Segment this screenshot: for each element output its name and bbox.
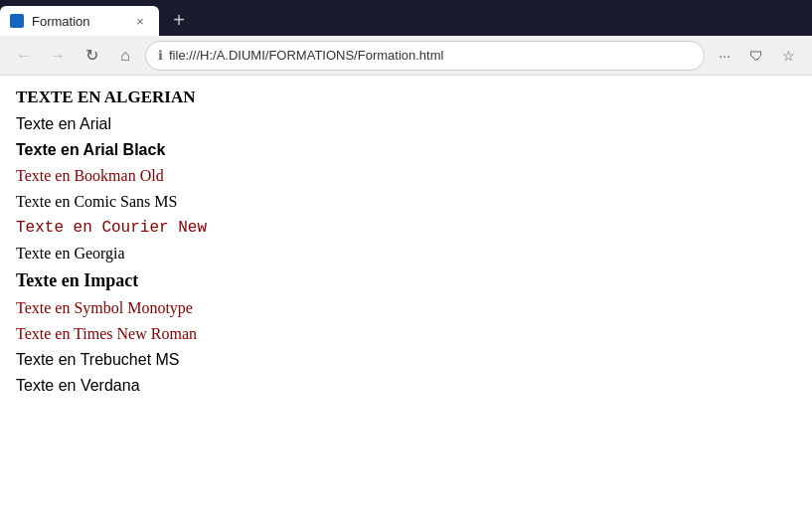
tab-bar: Formation × + bbox=[0, 0, 812, 36]
bookmark-button[interactable]: ☆ bbox=[774, 42, 802, 70]
font-sample-algerian: TEXTE EN ALGERIAN bbox=[16, 88, 796, 107]
toolbar-actions: ··· 🛡 ☆ bbox=[711, 42, 802, 70]
more-button[interactable]: ··· bbox=[711, 42, 738, 70]
browser-tab[interactable]: Formation × bbox=[0, 6, 159, 36]
address-bar[interactable]: ℹ file:///H:/A.DIUMI/FORMATIONS/Formatio… bbox=[145, 41, 705, 71]
font-sample-impact: Texte en Impact bbox=[16, 270, 796, 291]
home-button[interactable]: ⌂ bbox=[111, 42, 139, 70]
font-sample-bookman: Texte en Bookman Old bbox=[16, 167, 796, 185]
font-sample-comic-sans: Texte en Comic Sans MS bbox=[16, 193, 796, 211]
forward-icon: → bbox=[50, 47, 66, 65]
page-content: TEXTE EN ALGERIANTexte en ArialTexte en … bbox=[0, 76, 812, 526]
toolbar: ← → ↻ ⌂ ℹ file:///H:/A.DIUMI/FORMATIONS/… bbox=[0, 36, 812, 76]
font-sample-verdana: Texte en Verdana bbox=[16, 377, 796, 395]
tab-close-button[interactable]: × bbox=[131, 12, 149, 30]
font-sample-arial: Texte en Arial bbox=[16, 115, 796, 133]
font-sample-trebuchet: Texte en Trebuchet MS bbox=[16, 351, 796, 369]
address-text: file:///H:/A.DIUMI/FORMATIONS/Formation.… bbox=[169, 48, 692, 63]
reload-icon: ↻ bbox=[85, 46, 98, 65]
font-sample-symbol-monotype: Texte en Symbol Monotype bbox=[16, 299, 796, 317]
font-sample-arial-black: Texte en Arial Black bbox=[16, 141, 796, 159]
tab-favicon bbox=[10, 14, 24, 28]
home-icon: ⌂ bbox=[120, 47, 130, 65]
browser-window: Formation × + ← → ↻ ⌂ ℹ file:///H:/A.DIU… bbox=[0, 0, 812, 526]
info-icon: ℹ bbox=[158, 48, 163, 63]
back-icon: ← bbox=[16, 47, 32, 65]
back-button[interactable]: ← bbox=[10, 42, 38, 70]
font-sample-georgia: Texte en Georgia bbox=[16, 245, 796, 263]
reload-button[interactable]: ↻ bbox=[78, 42, 105, 70]
shield-button[interactable]: 🛡 bbox=[742, 42, 770, 70]
font-sample-times-new-roman: Texte en Times New Roman bbox=[16, 325, 796, 343]
forward-button[interactable]: → bbox=[44, 42, 72, 70]
new-tab-button[interactable]: + bbox=[163, 6, 195, 34]
tab-title: Formation bbox=[32, 14, 123, 29]
font-sample-courier-new: Texte en Courier New bbox=[16, 219, 796, 237]
